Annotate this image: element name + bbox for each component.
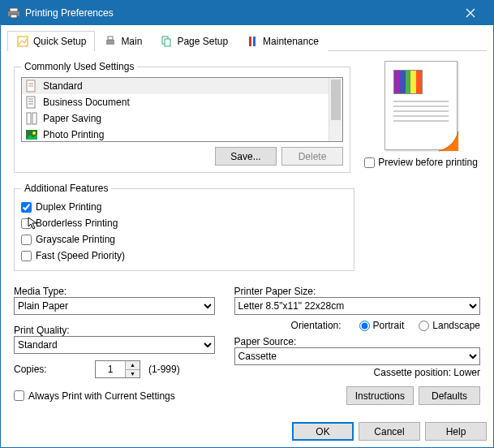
business-icon xyxy=(25,96,38,109)
maintenance-icon xyxy=(246,35,259,48)
spin-down[interactable]: ▼ xyxy=(126,370,140,378)
paper-source-label: Paper Source: xyxy=(234,336,480,347)
orientation-row: Orientation: Portrait Landscape xyxy=(234,320,480,331)
additional-features-legend: Additional Features xyxy=(21,183,111,194)
duplex-checkbox[interactable]: Duplex Printing xyxy=(21,199,347,215)
copies-spinner[interactable]: ▲▼ xyxy=(95,360,140,378)
copies-label: Copies: xyxy=(14,364,87,375)
tab-main[interactable]: Main xyxy=(95,31,151,51)
tab-page-setup-label: Page Setup xyxy=(177,36,228,47)
borderless-checkbox[interactable]: Borderless Printing xyxy=(21,215,347,231)
preview-checkbox-input[interactable] xyxy=(364,157,375,168)
svg-point-22 xyxy=(32,131,36,135)
portrait-radio[interactable]: Portrait xyxy=(359,320,405,331)
quick-setup-icon xyxy=(16,35,29,48)
photo-icon xyxy=(25,128,38,141)
preview-checkbox-label: Preview before printing xyxy=(378,157,478,168)
printer-icon xyxy=(7,6,20,19)
common-settings-legend: Commonly Used Settings xyxy=(21,61,137,72)
tab-page-setup[interactable]: Page Setup xyxy=(151,31,237,51)
close-button[interactable] xyxy=(454,1,487,25)
list-item-photo[interactable]: Photo Printing xyxy=(22,127,329,142)
ok-button[interactable]: OK xyxy=(292,422,354,441)
tab-quick-setup[interactable]: Quick Setup xyxy=(7,31,95,51)
print-quality-label: Print Quality: xyxy=(14,325,215,336)
preview-image xyxy=(384,61,457,150)
list-item-label: Paper Saving xyxy=(43,113,101,124)
svg-rect-15 xyxy=(27,97,35,108)
svg-rect-9 xyxy=(165,39,170,46)
defaults-button[interactable]: Defaults xyxy=(419,386,480,405)
svg-rect-10 xyxy=(249,37,251,46)
tab-quick-setup-label: Quick Setup xyxy=(33,36,86,47)
form-grid: Media Type: Plain Paper Print Quality: S… xyxy=(14,281,480,378)
svg-rect-6 xyxy=(106,40,114,45)
always-print-label: Always Print with Current Settings xyxy=(28,390,175,402)
cassette-position-label: Cassette position: Lower xyxy=(234,367,480,378)
copies-range: (1-999) xyxy=(148,364,180,375)
dialog-footer: OK Cancel Help xyxy=(1,416,493,447)
list-item-standard[interactable]: Standard xyxy=(22,78,329,94)
copies-input[interactable] xyxy=(96,361,125,377)
list-item-label: Business Document xyxy=(43,97,130,108)
media-type-label: Media Type: xyxy=(14,286,215,297)
svg-rect-0 xyxy=(10,8,18,11)
list-scrollbar[interactable] xyxy=(329,78,342,141)
list-item-label: Standard xyxy=(43,80,83,92)
close-icon xyxy=(466,8,475,18)
standard-icon xyxy=(25,80,38,93)
preview-before-printing-checkbox[interactable]: Preview before printing xyxy=(364,157,478,168)
orientation-label: Orientation: xyxy=(291,320,342,331)
instructions-button[interactable]: Instructions xyxy=(346,386,414,405)
page-curl-icon xyxy=(437,130,460,153)
always-print-checkbox[interactable]: Always Print with Current Settings xyxy=(14,390,175,402)
svg-rect-2 xyxy=(11,15,17,18)
cancel-button[interactable]: Cancel xyxy=(359,422,420,441)
list-item-paper-saving[interactable]: Paper Saving xyxy=(22,110,329,127)
main-icon xyxy=(104,35,117,48)
fast-checkbox[interactable]: Fast (Speed Priority) xyxy=(21,248,347,264)
help-button[interactable]: Help xyxy=(425,422,487,441)
printing-preferences-window: Printing Preferences Quick Setup Main Pa… xyxy=(0,0,494,448)
tab-main-label: Main xyxy=(121,36,142,47)
landscape-radio[interactable]: Landscape xyxy=(419,320,480,331)
save-button[interactable]: Save... xyxy=(215,147,277,166)
svg-rect-7 xyxy=(108,37,113,40)
content-area: Quick Setup Main Page Setup Maintenance … xyxy=(1,25,493,416)
cursor-icon xyxy=(28,217,41,230)
tab-maintenance[interactable]: Maintenance xyxy=(237,31,328,51)
print-quality-select[interactable]: Standard xyxy=(14,336,215,354)
svg-rect-20 xyxy=(32,113,37,124)
media-type-select[interactable]: Plain Paper xyxy=(14,297,215,315)
quick-setup-page: Commonly Used Settings Standard Business… xyxy=(7,51,487,409)
page-setup-icon xyxy=(160,35,173,48)
list-item-business[interactable]: Business Document xyxy=(22,94,329,110)
tab-strip: Quick Setup Main Page Setup Maintenance xyxy=(7,30,487,51)
titlebar: Printing Preferences xyxy=(1,1,493,25)
paper-source-select[interactable]: Cassette xyxy=(234,347,480,365)
tab-maintenance-label: Maintenance xyxy=(263,36,319,47)
window-title: Printing Preferences xyxy=(25,7,454,19)
common-settings-list[interactable]: Standard Business Document Paper Saving xyxy=(21,77,343,142)
paper-size-select[interactable]: Letter 8.5"x11" 22x28cm xyxy=(234,297,480,315)
additional-features-group: Additional Features Duplex Printing Bord… xyxy=(14,183,354,271)
preview-column: Preview before printing xyxy=(360,58,482,179)
svg-rect-19 xyxy=(27,113,31,124)
svg-rect-11 xyxy=(253,37,256,46)
list-item-label: Photo Printing xyxy=(43,129,104,140)
paper-size-label: Printer Paper Size: xyxy=(234,286,480,297)
grayscale-checkbox[interactable]: Grayscale Printing xyxy=(21,231,347,248)
paper-saving-icon xyxy=(25,112,38,125)
delete-button[interactable]: Delete xyxy=(281,147,343,166)
spin-up[interactable]: ▲ xyxy=(126,361,140,370)
common-settings-group: Commonly Used Settings Standard Business… xyxy=(14,61,350,173)
